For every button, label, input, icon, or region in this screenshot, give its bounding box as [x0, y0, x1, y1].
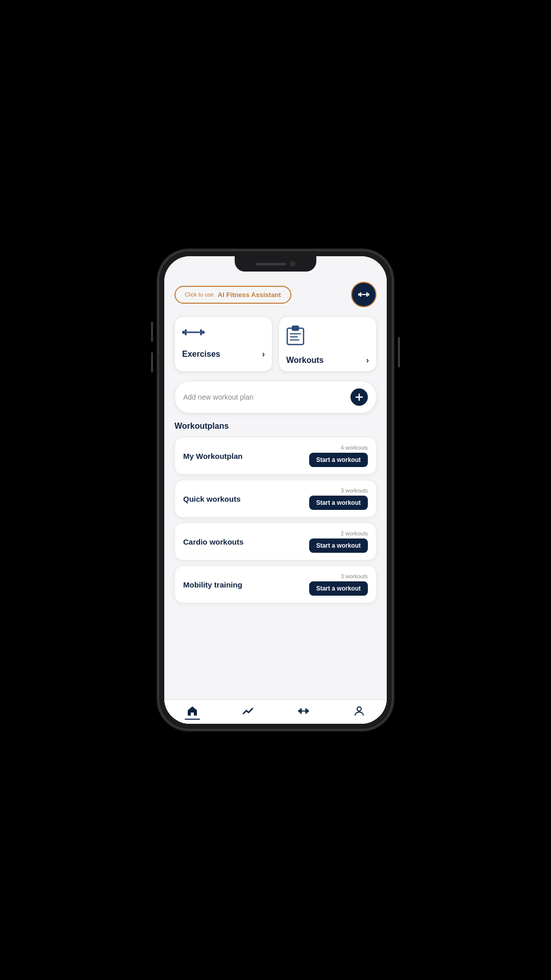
home-icon — [186, 705, 198, 717]
notch-camera — [290, 261, 295, 266]
plan-name-1: Quick workouts — [183, 495, 309, 503]
plan-count-1: 3 workouts — [341, 487, 368, 494]
section-title: Workoutplans — [174, 422, 377, 431]
chart-underline — [240, 719, 256, 720]
svg-rect-7 — [187, 332, 200, 333]
notch-pill — [256, 263, 286, 265]
ai-main-label: AI Fitness Assistant — [218, 291, 281, 299]
category-row: Exercises › — [174, 316, 377, 372]
exercises-card[interactable]: Exercises › — [174, 316, 272, 372]
add-plan-button[interactable] — [350, 388, 368, 406]
nav-home[interactable] — [164, 705, 220, 720]
ai-fitness-button[interactable]: Click to use AI Fitness Assistant — [174, 286, 291, 304]
plan-count-2: 2 workouts — [341, 530, 368, 536]
dumbbell-circle-button[interactable] — [351, 282, 377, 307]
plan-name-3: Mobility training — [183, 580, 309, 589]
svg-rect-1 — [360, 292, 361, 297]
svg-rect-0 — [358, 293, 360, 296]
phone-frame: Click to use AI Fitness Assistant — [158, 250, 393, 730]
exercises-card-icon — [182, 325, 205, 339]
bottom-nav — [164, 699, 387, 724]
workouts-arrow: › — [366, 356, 369, 365]
svg-rect-12 — [292, 327, 298, 330]
chart-icon — [242, 705, 254, 717]
workout-plans-list: My Workoutplan 4 workouts Start a workou… — [174, 437, 377, 603]
phone-screen: Click to use AI Fitness Assistant — [164, 256, 387, 724]
volume-down-button — [151, 352, 153, 373]
plan-right-3: 3 workouts Start a workout — [309, 573, 368, 596]
profile-icon — [353, 705, 365, 717]
exercises-label: Exercises — [182, 350, 220, 359]
plan-right-1: 3 workouts Start a workout — [309, 487, 368, 510]
app-screen: Click to use AI Fitness Assistant — [164, 256, 387, 724]
workouts-card-bottom: Workouts › — [286, 356, 369, 365]
workouts-label: Workouts — [286, 356, 323, 365]
svg-rect-8 — [200, 329, 202, 335]
profile-underline — [352, 719, 367, 720]
nav-workout[interactable] — [276, 705, 331, 720]
nav-chart[interactable] — [220, 705, 276, 720]
plan-right-2: 2 workouts Start a workout — [309, 530, 368, 553]
workout-plan-item-2: Cardio workouts 2 workouts Start a worko… — [174, 523, 377, 560]
workouts-card[interactable]: Workouts › — [279, 316, 377, 372]
svg-rect-2 — [361, 294, 366, 295]
ai-click-label: Click to use — [185, 291, 214, 298]
start-workout-button-2[interactable]: Start a workout — [309, 538, 368, 553]
dumbbell-exercises-icon — [182, 325, 205, 339]
workout-plan-item-3: Mobility training 3 workouts Start a wor… — [174, 566, 377, 603]
start-workout-button-1[interactable]: Start a workout — [309, 496, 368, 510]
power-button — [398, 337, 400, 368]
svg-point-23 — [357, 707, 361, 711]
notch — [235, 256, 316, 272]
volume-up-button — [151, 322, 153, 342]
workouts-card-icon — [286, 325, 305, 346]
svg-rect-3 — [366, 292, 368, 297]
plan-name-2: Cardio workouts — [183, 537, 309, 546]
add-plan-bar[interactable]: Add new workout plan — [174, 381, 377, 413]
workout-plan-item-0: My Workoutplan 4 workouts Start a workou… — [174, 437, 377, 475]
nav-profile[interactable] — [331, 705, 387, 720]
workout-underline — [296, 719, 311, 720]
clipboard-workouts-icon — [286, 325, 305, 346]
svg-rect-9 — [202, 331, 205, 334]
svg-rect-4 — [368, 293, 369, 296]
workout-icon — [297, 705, 310, 717]
plan-name-0: My Workoutplan — [183, 452, 309, 460]
plan-count-3: 3 workouts — [341, 573, 368, 579]
dumbbell-header-icon — [357, 288, 370, 301]
start-workout-button-3[interactable]: Start a workout — [309, 581, 368, 596]
main-content: Click to use AI Fitness Assistant — [164, 274, 387, 699]
exercises-arrow: › — [262, 350, 265, 359]
add-plan-placeholder: Add new workout plan — [183, 393, 254, 401]
top-bar: Click to use AI Fitness Assistant — [174, 282, 377, 307]
exercises-card-bottom: Exercises › — [182, 350, 265, 359]
start-workout-button-0[interactable]: Start a workout — [309, 453, 368, 467]
home-underline — [185, 719, 200, 720]
svg-rect-5 — [182, 331, 185, 334]
workout-plan-item-1: Quick workouts 3 workouts Start a workou… — [174, 480, 377, 518]
plus-icon — [355, 393, 363, 401]
plan-right-0: 4 workouts Start a workout — [309, 445, 368, 467]
svg-rect-6 — [185, 329, 187, 335]
plan-count-0: 4 workouts — [341, 445, 368, 451]
